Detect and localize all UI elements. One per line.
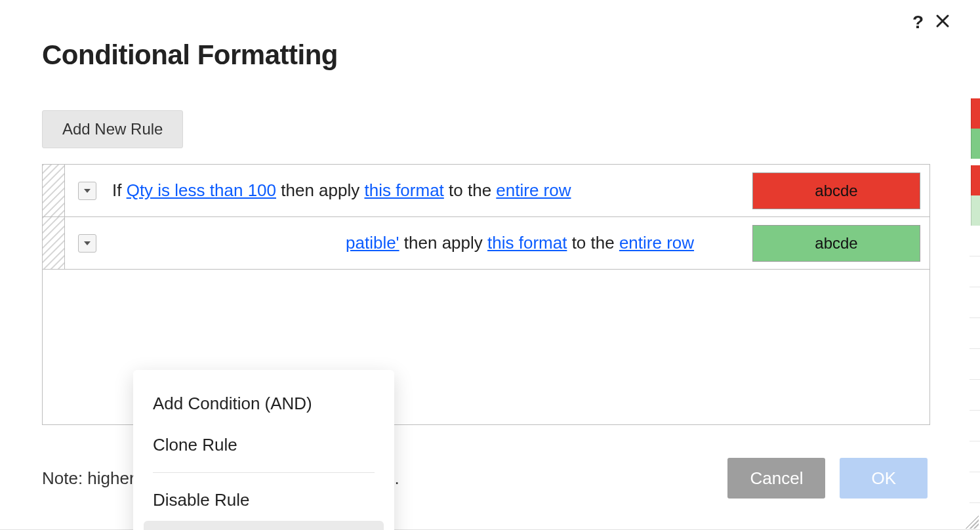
ok-button[interactable]: OK [840,458,928,499]
scope-link[interactable]: entire row [619,233,694,253]
close-icon[interactable] [935,12,950,33]
help-icon[interactable]: ? [912,12,924,33]
swatch-sample-text: abcde [815,182,857,200]
menu-item-disable-rule[interactable]: Disable Rule [144,479,384,521]
sidebar-color-indicator [971,165,980,195]
dialog-top-controls: ? [912,12,950,33]
menu-item-clone-rule[interactable]: Clone Rule [144,424,384,466]
conditional-formatting-dialog: ? Conditional Formatting Add New Rule If… [0,0,970,530]
swatch-sample-text: abcde [815,234,857,253]
sidebar-color-indicator [971,98,980,129]
dialog-title: Conditional Formatting [42,39,930,71]
format-preview-swatch[interactable]: abcde [752,225,920,262]
add-new-rule-button[interactable]: Add New Rule [42,110,183,148]
if-text: If [112,180,127,201]
menu-separator [153,472,375,473]
menu-item-add-condition[interactable]: Add Condition (AND) [144,383,384,424]
condition-link[interactable]: patible' [346,233,399,253]
drag-handle-icon[interactable] [43,165,65,216]
format-preview-swatch[interactable]: abcde [752,173,920,209]
sidebar-rule-lines [970,226,980,530]
menu-item-delete-rule[interactable]: Delete Rule [144,521,384,530]
condition-link[interactable]: Qty is less than 100 [127,180,276,201]
rule-description: If Qty is less than 100 then apply this … [112,180,571,201]
then-apply-text: then apply [399,233,487,253]
rule-context-menu: Add Condition (AND) Clone Rule Disable R… [133,370,394,530]
rule-row[interactable]: patible' then apply this format to the e… [43,217,929,270]
to-the-text: to the [567,233,619,253]
drag-handle-icon[interactable] [43,217,65,269]
footer-buttons: Cancel OK [727,458,928,499]
rule-menu-button[interactable] [78,182,96,200]
rules-list: If Qty is less than 100 then apply this … [42,164,930,425]
sidebar-color-indicator [971,195,980,226]
rule-menu-button[interactable] [78,234,96,253]
format-link[interactable]: this format [487,233,567,253]
rule-row[interactable]: If Qty is less than 100 then apply this … [43,165,929,217]
sidebar-color-indicator [971,129,980,159]
to-the-text: to the [444,180,497,201]
resize-grip-icon[interactable] [962,512,979,529]
rule-description: patible' then apply this format to the e… [346,233,694,253]
then-apply-text: then apply [276,180,364,201]
format-link[interactable]: this format [364,180,443,201]
cancel-button[interactable]: Cancel [727,458,825,499]
scope-link[interactable]: entire row [496,180,571,201]
